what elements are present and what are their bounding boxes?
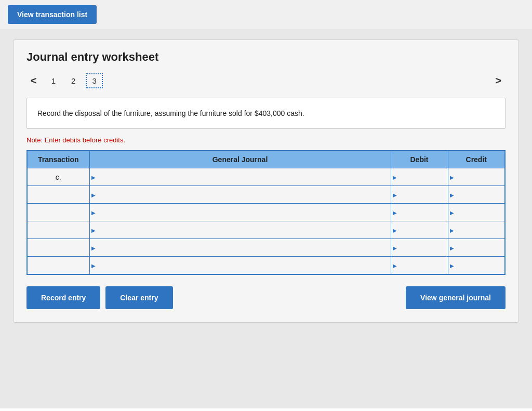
worksheet-card: Journal entry worksheet < 1 2 3 > Record…: [13, 39, 519, 323]
nav-left-arrow[interactable]: <: [26, 74, 41, 88]
transaction-cell-5: [27, 257, 89, 274]
debit-input-5[interactable]: [391, 257, 448, 274]
tab-navigation: < 1 2 3 >: [26, 73, 506, 88]
table-row: c.: [27, 168, 505, 186]
journal-cell-2: [89, 204, 391, 221]
credit-input-4[interactable]: [448, 239, 505, 256]
tab-1[interactable]: 1: [46, 74, 61, 87]
table-row: [27, 204, 505, 221]
credit-cell-1: [448, 186, 505, 204]
journal-input-4[interactable]: [90, 239, 391, 256]
table-row: [27, 239, 505, 257]
transaction-cell-2: [27, 204, 89, 221]
bottom-buttons: Record entry Clear entry View general jo…: [26, 286, 506, 309]
col-header-credit: Credit: [448, 151, 505, 168]
credit-cell-2: [448, 204, 505, 221]
journal-cell-5: [89, 257, 391, 274]
journal-input-2[interactable]: [90, 204, 391, 221]
credit-cell-3: [448, 221, 505, 239]
credit-cell-4: [448, 239, 505, 257]
instruction-text: Record the disposal of the furniture, as…: [37, 109, 304, 117]
journal-input-3[interactable]: [90, 221, 391, 238]
journal-cell-4: [89, 239, 391, 257]
credit-input-1[interactable]: [448, 186, 505, 203]
col-header-debit: Debit: [391, 151, 448, 168]
debit-input-1[interactable]: [391, 186, 448, 203]
journal-input-0[interactable]: [90, 168, 391, 185]
credit-input-2[interactable]: [448, 204, 505, 221]
record-entry-button[interactable]: Record entry: [26, 286, 100, 309]
debit-cell-5: [391, 257, 448, 274]
credit-cell-5: [448, 257, 505, 274]
table-row: [27, 186, 505, 204]
debit-input-0[interactable]: [391, 168, 448, 185]
tab-2[interactable]: 2: [66, 74, 81, 87]
debit-cell-4: [391, 239, 448, 257]
debit-input-3[interactable]: [391, 221, 448, 238]
view-general-journal-button[interactable]: View general journal: [406, 286, 506, 309]
col-header-journal: General Journal: [89, 151, 391, 168]
worksheet-title: Journal entry worksheet: [26, 50, 506, 64]
view-transaction-button[interactable]: View transaction list: [8, 5, 97, 24]
transaction-cell-1: [27, 186, 89, 204]
credit-cell-0: [448, 168, 505, 186]
debit-cell-2: [391, 204, 448, 221]
journal-cell-1: [89, 186, 391, 204]
debit-input-4[interactable]: [391, 239, 448, 256]
credit-input-0[interactable]: [448, 168, 505, 185]
credit-input-3[interactable]: [448, 221, 505, 238]
transaction-cell-4: [27, 239, 89, 257]
journal-table: Transaction General Journal Debit Credit…: [26, 150, 506, 275]
journal-cell-0: [89, 168, 391, 186]
tab-3[interactable]: 3: [86, 73, 102, 88]
credit-input-5[interactable]: [448, 257, 505, 274]
journal-input-1[interactable]: [90, 186, 391, 203]
clear-entry-button[interactable]: Clear entry: [105, 286, 172, 309]
main-container: Journal entry worksheet < 1 2 3 > Record…: [0, 29, 532, 408]
journal-input-5[interactable]: [90, 257, 391, 274]
debit-cell-0: [391, 168, 448, 186]
table-row: [27, 221, 505, 239]
transaction-cell-0: c.: [27, 168, 89, 186]
table-row: [27, 257, 505, 274]
debit-cell-3: [391, 221, 448, 239]
transaction-cell-3: [27, 221, 89, 239]
note-text: Note: Enter debits before credits.: [26, 136, 506, 144]
journal-cell-3: [89, 221, 391, 239]
col-header-transaction: Transaction: [27, 151, 89, 168]
nav-right-arrow[interactable]: >: [491, 74, 506, 88]
instruction-box: Record the disposal of the furniture, as…: [26, 98, 506, 129]
debit-input-2[interactable]: [391, 204, 448, 221]
debit-cell-1: [391, 186, 448, 204]
top-bar: View transaction list: [0, 0, 532, 29]
